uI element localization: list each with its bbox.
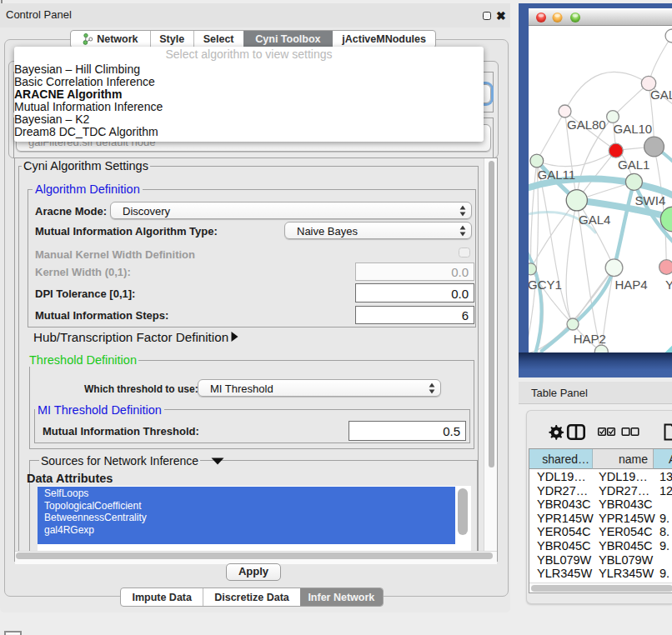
svg-text:SWI4: SWI4 bbox=[635, 193, 666, 208]
svg-text:GAL4: GAL4 bbox=[579, 212, 610, 227]
svg-text:GAL10: GAL10 bbox=[614, 122, 653, 136]
svg-text:HAP4: HAP4 bbox=[614, 278, 647, 292]
svg-text:GAL11: GAL11 bbox=[538, 168, 576, 182]
svg-text:GAL1: GAL1 bbox=[618, 158, 649, 172]
svg-text:GCY1: GCY1 bbox=[529, 278, 562, 292]
svg-text:HAP2: HAP2 bbox=[574, 332, 606, 346]
svg-text:GAL7: GAL7 bbox=[650, 88, 672, 102]
svg-text:GAL80: GAL80 bbox=[567, 118, 606, 132]
svg-text:Y: Y bbox=[665, 278, 672, 292]
